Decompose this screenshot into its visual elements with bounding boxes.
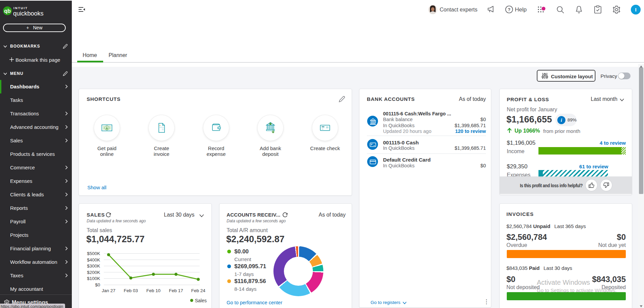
svg-text:qb: qb: [4, 8, 11, 14]
svg-text:quickbooks: quickbooks: [13, 10, 43, 17]
svg-text:INTUIT: INTUIT: [13, 6, 28, 10]
svg-text:?: ?: [508, 7, 510, 12]
